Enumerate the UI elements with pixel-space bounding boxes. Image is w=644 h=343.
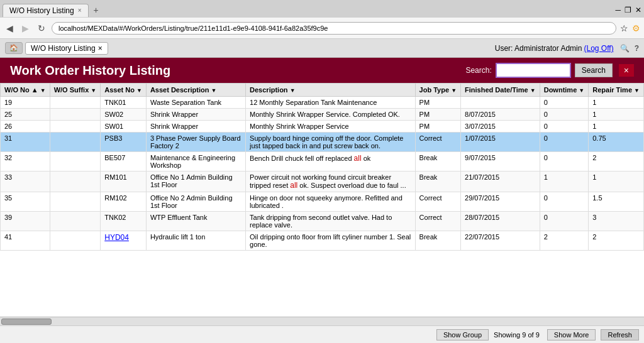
table-cell: RM102: [101, 192, 147, 212]
page-title: Work Order History Listing: [10, 63, 170, 78]
table-cell: 0: [540, 133, 589, 152]
col-downtime[interactable]: Downtime ▼: [540, 84, 589, 97]
col-finished-dt[interactable]: Finished Date/Time ▼: [461, 84, 540, 97]
table-cell: 0: [540, 121, 589, 133]
address-bar[interactable]: [52, 22, 616, 35]
table-cell: PM: [415, 109, 460, 121]
table-cell: 28/07/2015: [461, 212, 540, 231]
show-more-btn[interactable]: Show More: [547, 329, 596, 340]
table-cell: WTP Effluent Tank: [146, 212, 245, 231]
wo-table: W/O No ▲ ▼ W/O Suffix ▼ Asset No ▼ Asset…: [0, 83, 644, 251]
log-out-link[interactable]: (Log Off): [584, 44, 614, 53]
horizontal-scrollbar[interactable]: [0, 317, 644, 325]
window-close-btn[interactable]: ✕: [635, 6, 641, 14]
breadcrumb-close[interactable]: ×: [98, 44, 103, 53]
table-row[interactable]: 39TNK02WTP Effluent TankTank dripping fr…: [1, 212, 644, 231]
table-cell: Hinge on door not squeeky anymore. Refit…: [246, 192, 416, 212]
window-restore-btn[interactable]: ❐: [625, 6, 631, 14]
forward-btn[interactable]: ▶: [19, 22, 31, 35]
extension-icon[interactable]: ⚙: [632, 23, 640, 33]
table-row[interactable]: 35RM102Office No 2 Admin Building 1st Fl…: [1, 192, 644, 212]
table-cell: TNK01: [101, 97, 147, 109]
table-cell: [461, 97, 540, 109]
search-area: Search: Search: [465, 63, 612, 78]
table-cell: Break: [415, 172, 460, 192]
table-cell: 1: [589, 172, 644, 192]
bookmark-icon[interactable]: ☆: [620, 23, 628, 33]
help-icon[interactable]: ?: [635, 44, 639, 53]
table-cell: 1: [540, 172, 589, 192]
table-cell: BE507: [101, 152, 147, 172]
table-cell: Monthly Shrink Wrapper Service: [246, 121, 416, 133]
table-cell: 29/07/2015: [461, 192, 540, 212]
table-header-row: W/O No ▲ ▼ W/O Suffix ▼ Asset No ▼ Asset…: [1, 84, 644, 97]
scrollbar-thumb[interactable]: [1, 318, 52, 325]
col-description[interactable]: Description ▼: [246, 84, 416, 97]
back-btn[interactable]: ◀: [4, 22, 16, 35]
table-cell: Hydraulic lift 1 ton: [146, 231, 245, 251]
table-row[interactable]: 31PSB33 Phase Power Supply Board Factory…: [1, 133, 644, 152]
table-row[interactable]: 41HYD04Hydraulic lift 1 tonOil dripping …: [1, 231, 644, 251]
app-header: 🏠 W/O History Listing × User: Administra…: [0, 39, 644, 58]
table-row[interactable]: 26SW01Shrink WrapperMonthly Shrink Wrapp…: [1, 121, 644, 133]
user-info: User: Administrator Admin (Log Off): [495, 44, 614, 53]
table-cell: Bench Drill chuck fell off replaced all …: [246, 152, 416, 172]
breadcrumb-tab[interactable]: W/O History Listing ×: [25, 42, 108, 55]
table-cell: 0: [540, 97, 589, 109]
table-cell: Shrink Wrapper: [146, 109, 245, 121]
search-button[interactable]: Search: [575, 63, 613, 77]
table-cell: 0: [540, 212, 589, 231]
table-cell: SW01: [101, 121, 147, 133]
table-cell: 35: [1, 192, 50, 212]
table-cell: 21/07/2015: [461, 172, 540, 192]
table-cell: 2: [540, 231, 589, 251]
window-minimize-btn[interactable]: ─: [615, 6, 621, 14]
col-wo-no[interactable]: W/O No ▲ ▼: [1, 84, 50, 97]
table-cell: PSB3: [101, 133, 147, 152]
col-job-type[interactable]: Job Type ▼: [415, 84, 460, 97]
asset-link[interactable]: HYD04: [104, 233, 129, 242]
page-header: Work Order History Listing Search: Searc…: [0, 58, 644, 83]
table-row[interactable]: 33RM101Office No 1 Admin Building 1st Fl…: [1, 172, 644, 192]
table-cell: [50, 152, 101, 172]
table-cell: [50, 133, 101, 152]
table-cell: 1.5: [589, 192, 644, 212]
nav-bar: ◀ ▶ ↻ ☆ ⚙: [0, 18, 644, 39]
table-cell: 8/07/2015: [461, 109, 540, 121]
table-cell: 25: [1, 109, 50, 121]
active-tab[interactable]: W/O History Listing ×: [3, 4, 89, 17]
search-input[interactable]: [496, 63, 571, 78]
new-tab-btn[interactable]: +: [89, 3, 104, 17]
table-row[interactable]: 32BE507Maintenance & Engineering Worksho…: [1, 152, 644, 172]
table-cell: PM: [415, 97, 460, 109]
home-btn[interactable]: 🏠: [5, 42, 23, 54]
table-cell: Office No 1 Admin Building 1st Floor: [146, 172, 245, 192]
table-cell: Office No 2 Admin Building 1st Floor: [146, 192, 245, 212]
table-row[interactable]: 19TNK01Waste Separation Tank12 Monthly S…: [1, 97, 644, 109]
page-close-btn[interactable]: ×: [619, 64, 634, 77]
col-repair-time[interactable]: Repair Time ▼: [589, 84, 644, 97]
table-cell: 39: [1, 212, 50, 231]
col-asset-desc[interactable]: Asset Description ▼: [146, 84, 245, 97]
table-cell: 3: [589, 212, 644, 231]
table-row[interactable]: 25SW02Shrink WrapperMonthly Shrink Wrapp…: [1, 109, 644, 121]
search-icon[interactable]: 🔍: [620, 44, 630, 53]
tab-close-btn[interactable]: ×: [78, 7, 82, 14]
table-cell: Correct: [415, 133, 460, 152]
col-wo-suffix[interactable]: W/O Suffix ▼: [50, 84, 101, 97]
table-cell: 19: [1, 97, 50, 109]
table-cell[interactable]: HYD04: [101, 231, 147, 251]
table-cell: 31: [1, 133, 50, 152]
table-cell: 1/07/2015: [461, 133, 540, 152]
table-cell: 0: [540, 192, 589, 212]
col-asset-no[interactable]: Asset No ▼: [101, 84, 147, 97]
refresh-btn[interactable]: Refresh: [601, 329, 639, 340]
table-cell: [50, 121, 101, 133]
refresh-nav-btn[interactable]: ↻: [35, 22, 48, 35]
table-cell: 0: [540, 109, 589, 121]
tab-title: W/O History Listing: [9, 6, 74, 15]
table-cell: Supply board hinge coming off the door. …: [246, 133, 416, 152]
search-label: Search:: [465, 66, 491, 75]
show-group-btn[interactable]: Show Group: [436, 329, 489, 340]
table-cell: 3 Phase Power Supply Board Factory 2: [146, 133, 245, 152]
